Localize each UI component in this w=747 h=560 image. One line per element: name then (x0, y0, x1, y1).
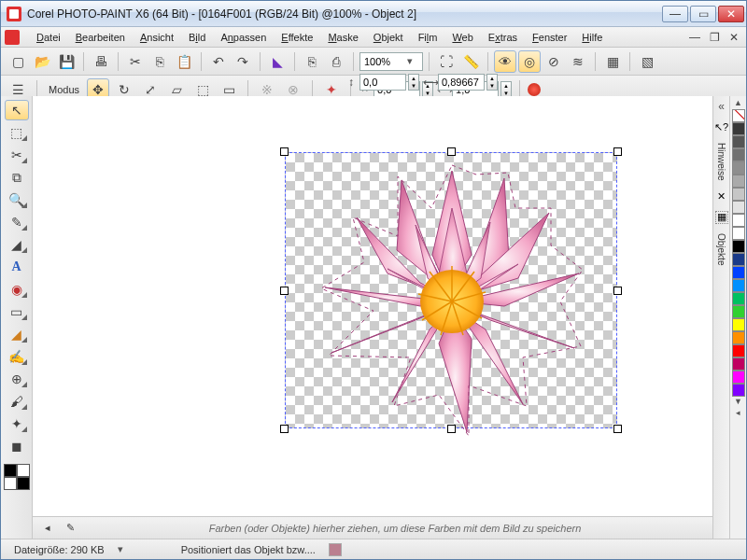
close-button[interactable]: ✕ (718, 6, 744, 22)
rulers-icon[interactable]: 📏 (459, 50, 482, 73)
palette-swatch[interactable] (732, 161, 745, 175)
objects-icon[interactable]: ▦ (715, 211, 728, 224)
menu-bearbeiten[interactable]: Bearbeiten (68, 29, 133, 46)
menu-maske[interactable]: Maske (320, 29, 365, 46)
palette-up-icon[interactable]: ▲ (734, 98, 742, 109)
redo-icon[interactable]: ↷ (232, 50, 254, 73)
menu-web[interactable]: Web (444, 29, 480, 46)
objects-tab[interactable]: Objekte (716, 233, 726, 265)
palette-swatch[interactable] (732, 331, 745, 344)
open-icon[interactable]: 📂 (31, 50, 53, 73)
spray-tool-icon[interactable]: ✦ (5, 413, 29, 434)
palette-swatch[interactable] (732, 148, 745, 161)
hints-icon[interactable]: ↖? (715, 120, 728, 133)
minimize-button[interactable]: — (662, 6, 688, 22)
options-icon[interactable]: ▧ (636, 50, 658, 73)
scale-y-input[interactable] (438, 74, 485, 91)
dropshadow-tool-icon[interactable]: ◼ (5, 436, 29, 456)
palette-swatch[interactable] (732, 266, 745, 279)
rectangle-tool-icon[interactable]: ▭ (5, 301, 29, 322)
menu-film[interactable]: Film (411, 29, 445, 46)
menu-extras[interactable]: Extras (481, 29, 525, 46)
pos-y-spinner[interactable]: ▲▼ (408, 74, 419, 91)
menu-datei[interactable]: Datei (29, 29, 68, 46)
mask-transform-tool-icon[interactable]: ✂ (5, 145, 29, 165)
fullscreen-icon[interactable]: ⛶ (435, 50, 458, 73)
menu-objekt[interactable]: Objekt (366, 29, 411, 46)
hints-tab[interactable]: Hinweise (716, 143, 726, 181)
launcher-icon[interactable]: ▦ (601, 50, 624, 73)
handle-e[interactable] (613, 287, 622, 295)
show-mask-icon[interactable]: 👁 (494, 50, 516, 73)
palette-swatch[interactable] (732, 371, 745, 384)
mdi-restore-button[interactable]: ❐ (706, 30, 723, 45)
mdi-close-button[interactable]: ✕ (726, 30, 742, 45)
clone-tool-icon[interactable]: ⊕ (5, 369, 29, 389)
save-icon[interactable]: 💾 (55, 50, 78, 73)
palette-swatch[interactable] (732, 227, 745, 240)
print-icon[interactable]: 🖶 (90, 50, 112, 73)
status-color-swatch[interactable] (329, 543, 342, 556)
zoom-input[interactable] (364, 56, 403, 67)
menu-anpassen[interactable]: Anpassen (213, 29, 274, 46)
palette-swatch[interactable] (732, 305, 745, 318)
palette-swatch[interactable] (732, 135, 745, 148)
eraser-tool-icon[interactable]: ◢ (5, 234, 29, 255)
mask-rect-tool-icon[interactable]: ⬚ (5, 122, 29, 143)
scale-y-spinner[interactable]: ▲▼ (486, 74, 498, 91)
eyedropper-tool-icon[interactable]: ✎ (5, 212, 29, 232)
cut-icon[interactable]: ✂ (124, 50, 147, 73)
clear-mask-icon[interactable]: ⊘ (543, 50, 565, 73)
palette-menu-icon[interactable]: ◂ (40, 522, 55, 534)
palette-fly-icon[interactable]: ◂ (736, 408, 740, 419)
palette-down-icon[interactable]: ▼ (734, 397, 742, 408)
handle-n[interactable] (447, 147, 456, 156)
effect-tool-icon[interactable]: ✍ (5, 346, 29, 367)
mdi-minimize-button[interactable]: — (686, 30, 703, 45)
palette-swatch[interactable] (732, 201, 745, 214)
flower-object[interactable] (308, 152, 596, 438)
handle-sw[interactable] (280, 425, 289, 433)
crop-tool-icon[interactable]: ⧉ (5, 167, 29, 188)
handle-s[interactable] (447, 425, 456, 433)
new-icon[interactable]: ▢ (7, 50, 29, 73)
invert-mask-icon[interactable]: ≋ (567, 50, 589, 73)
fill-tool-icon[interactable]: ◢ (5, 324, 29, 344)
palette-swatch[interactable] (732, 318, 745, 331)
palette-swatch[interactable] (732, 357, 745, 371)
no-color-swatch[interactable] (732, 109, 745, 122)
redeye-tool-icon[interactable]: ◉ (5, 279, 29, 300)
pick-tool-icon[interactable]: ↖ (5, 100, 29, 120)
paste-icon[interactable]: 📋 (173, 50, 195, 73)
color-swatches[interactable] (4, 464, 30, 490)
eyedropper-icon[interactable]: ✎ (63, 522, 78, 534)
menu-hilfe[interactable]: Hilfe (574, 29, 610, 46)
maximize-button[interactable]: ▭ (690, 6, 716, 22)
export-icon[interactable]: ⎘ (301, 50, 323, 73)
handle-se[interactable] (613, 425, 622, 433)
palette-swatch[interactable] (732, 240, 745, 253)
menu-effekte[interactable]: Effekte (274, 29, 320, 46)
show-guides-icon[interactable]: ◎ (518, 50, 541, 73)
menu-fenster[interactable]: Fenster (525, 29, 574, 46)
canvas[interactable] (33, 96, 712, 516)
handle-nw[interactable] (280, 147, 289, 156)
palette-swatch[interactable] (732, 188, 745, 201)
palette-swatch[interactable] (732, 175, 745, 188)
zoom-field[interactable]: ▾ (359, 52, 423, 71)
handle-ne[interactable] (613, 147, 622, 156)
undo-icon[interactable]: ↶ (207, 50, 230, 73)
close-tab-icon[interactable]: ✕ (715, 190, 728, 203)
import-icon[interactable]: ◣ (266, 50, 289, 73)
menu-ansicht[interactable]: Ansicht (133, 29, 181, 46)
palette-swatch[interactable] (732, 214, 745, 227)
expand-dockers-icon[interactable]: « (718, 100, 725, 113)
copy-icon[interactable]: ⎘ (148, 50, 171, 73)
palette-swatch[interactable] (732, 344, 745, 357)
palette-swatch[interactable] (732, 253, 745, 266)
status-dropdown-icon[interactable]: ▾ (118, 543, 123, 555)
publish-icon[interactable]: ⎙ (325, 50, 347, 73)
text-tool-icon[interactable]: A (5, 257, 29, 277)
palette-swatch[interactable] (732, 279, 745, 292)
palette-swatch[interactable] (732, 122, 745, 135)
